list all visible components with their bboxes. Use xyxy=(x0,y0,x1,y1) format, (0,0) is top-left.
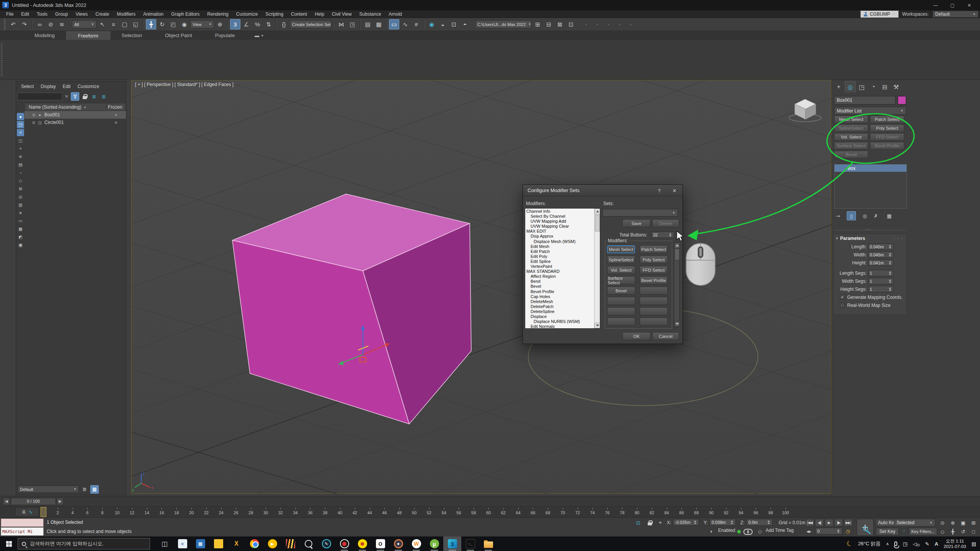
explorer-menu-display[interactable]: Display xyxy=(37,82,59,91)
pen-app-icon[interactable]: ✎ xyxy=(317,536,335,551)
spinner[interactable] xyxy=(888,244,892,249)
notepad-icon[interactable]: ≡ xyxy=(173,536,191,551)
scroll-thumb[interactable] xyxy=(675,249,679,260)
render-shortcut-4-icon[interactable]: ● xyxy=(614,19,625,29)
previous-frame-button[interactable]: ◀|| xyxy=(815,519,824,527)
start-button[interactable] xyxy=(0,536,18,551)
previous-frame-arrow[interactable]: ◀ xyxy=(3,498,10,505)
filter-cameras-icon[interactable]: ◫ xyxy=(17,137,24,144)
3ds-max-taskbar-icon[interactable]: 3 xyxy=(443,536,461,551)
menu-modifiers[interactable]: Modifiers xyxy=(113,10,139,18)
oculus-icon[interactable]: O xyxy=(371,536,389,551)
filter-misc-icon[interactable]: ▣ xyxy=(17,241,24,249)
maxscript-mini-listener-pink[interactable] xyxy=(1,518,44,527)
scroll-up-icon[interactable] xyxy=(674,243,680,248)
modifier-list-item-uvw-mapping-add[interactable]: UVW Mapping Add xyxy=(525,219,594,224)
view-cube[interactable] xyxy=(789,99,821,122)
show-end-result-icon[interactable]: ▯ xyxy=(847,211,856,220)
modifier-list-dropdown[interactable]: Modifier List ▼ xyxy=(834,107,906,115)
motion-tab[interactable]: ◔ xyxy=(868,81,879,93)
grid-button-empty[interactable] xyxy=(640,318,668,326)
render-setup-icon[interactable]: ◒ xyxy=(438,19,448,29)
modifier-list-item-bevel-profile[interactable]: Bevel Profile xyxy=(525,289,594,294)
grid-button-empty[interactable] xyxy=(640,307,668,315)
modifier-button-surface-select[interactable]: Surface Select xyxy=(834,142,868,150)
grid-button-poly-select[interactable]: Poly Select xyxy=(640,256,668,264)
hierarchy-view-icon[interactable]: ≣ xyxy=(90,92,98,101)
modifier-list-item-deletespline[interactable]: DeleteSpline xyxy=(525,309,594,314)
menu-rendering[interactable]: Rendering xyxy=(203,10,232,18)
unlink-selection-icon[interactable]: ⊘ xyxy=(46,19,56,29)
object-name-field[interactable]: Box001 xyxy=(834,96,895,104)
spinner[interactable] xyxy=(888,260,892,266)
absolute-mode-icon[interactable]: ⌖ xyxy=(657,519,664,526)
redo-icon[interactable]: ↷ xyxy=(19,19,29,29)
render-shortcut-5-icon[interactable]: ● xyxy=(626,19,636,29)
filter-containers-icon[interactable]: ⊞ xyxy=(17,185,24,192)
column-header-frozen[interactable]: Frozen xyxy=(106,104,126,110)
undo-icon[interactable]: ↶ xyxy=(8,19,18,29)
object-color-swatch[interactable] xyxy=(898,96,906,104)
clock-date[interactable]: 오전 1:11 2021-07-03 xyxy=(944,538,966,549)
perspective-viewport[interactable]: z x y [ + ] [ Perspective ] [ Standard* … xyxy=(131,80,831,494)
maximize-viewport-icon[interactable]: □ xyxy=(969,528,978,535)
edit-named-selection-sets-icon[interactable]: {} xyxy=(279,19,289,29)
display-tab[interactable]: ⊟ xyxy=(879,81,890,93)
pan-icon[interactable]: ╋ xyxy=(948,528,957,535)
viewport-label[interactable]: [ + ] [ Perspective ] [ Standard* ] [ Ed… xyxy=(135,82,234,87)
material-editor-icon[interactable]: ◉ xyxy=(426,19,437,29)
key-filters-button[interactable]: Key Filters... xyxy=(909,528,937,535)
modifier-list-item-vertexpaint[interactable]: VertexPaint xyxy=(525,264,594,269)
sets-dropdown[interactable]: ▼ xyxy=(603,209,678,217)
modifier-list-item-select-by-channel[interactable]: Select By Channel xyxy=(525,214,594,219)
filter-helpers-icon[interactable]: ⌖ xyxy=(17,145,24,152)
modifier-list-item-edit-poly[interactable]: Edit Poly xyxy=(525,254,594,259)
cancel-button[interactable]: Cancel xyxy=(652,332,679,340)
explorer-search-input[interactable] xyxy=(17,93,62,100)
hierarchy-tab[interactable]: ◳ xyxy=(856,81,867,93)
grid-button-empty[interactable] xyxy=(607,307,635,315)
rendered-frame-window-icon[interactable]: ⊡ xyxy=(449,19,459,29)
param-field-width[interactable]: 0.045m xyxy=(868,251,893,258)
scroll-up-icon[interactable] xyxy=(595,209,600,214)
magnifier-app-icon[interactable] xyxy=(299,536,317,551)
filter-spacewarps-icon[interactable]: ≋ xyxy=(17,153,24,160)
curve-view-icon[interactable]: ∿ xyxy=(29,509,33,515)
time-slider-value[interactable]: 0 / 100 xyxy=(11,498,56,505)
modifier-list-item-displace[interactable]: Displace xyxy=(525,314,594,319)
orbit-icon[interactable]: ↺ xyxy=(959,528,968,535)
asset-share-icon[interactable]: ⊡ xyxy=(566,19,576,29)
select-object-icon[interactable]: ↖ xyxy=(97,19,108,29)
pin-stack-icon[interactable]: ⊸ xyxy=(833,211,843,220)
calculator-icon[interactable]: ▦ xyxy=(191,536,209,551)
filter-icon[interactable]: ∇ xyxy=(71,92,79,101)
modifier-list-item-affect-region[interactable]: Affect Region xyxy=(525,274,594,279)
align-icon[interactable]: ◳ xyxy=(347,19,358,29)
visibility-eye-icon[interactable]: ⊙ xyxy=(31,113,37,117)
modifier-button-poly-select[interactable]: Poly Select xyxy=(870,124,904,132)
layer-view-icon[interactable]: ≣ xyxy=(100,92,108,101)
set-keys-button[interactable]: + xyxy=(857,519,874,536)
spinner-snap-toggle-icon[interactable]: ⇅ xyxy=(263,19,274,29)
ok-button[interactable]: OK xyxy=(622,332,650,340)
spinner[interactable] xyxy=(888,286,892,292)
notification-center-icon[interactable]: ▤ xyxy=(972,541,976,547)
potplayer-icon[interactable]: ▶ xyxy=(263,536,281,551)
field-of-view-icon[interactable]: ◇ xyxy=(938,528,947,535)
menu-help[interactable]: Help xyxy=(311,10,328,18)
ribbon-tab-selection[interactable]: Selection xyxy=(110,31,154,40)
time-slider-handle[interactable] xyxy=(41,507,46,517)
asset-link-icon[interactable]: ⊠ xyxy=(555,19,565,29)
modifiers-list-box[interactable]: Channel InfoSelect By ChannelUVW Mapping… xyxy=(525,208,600,329)
modifier-list-item-edit-normals[interactable]: Edit Normals xyxy=(525,324,594,329)
param-field-height-segs[interactable]: 1 xyxy=(868,286,893,292)
weather-text[interactable]: 26°C 맑음 xyxy=(858,540,881,547)
box001-object[interactable] xyxy=(232,194,471,424)
modifier-list-item-deletepatch[interactable]: DeletePatch xyxy=(525,304,594,309)
menu-content[interactable]: Content xyxy=(287,10,311,18)
xshell-icon[interactable]: X xyxy=(227,536,245,551)
dialog-title-bar[interactable]: Configure Modifier Sets ? ✕ xyxy=(523,185,683,196)
y-coordinate-field[interactable]: 0.038m xyxy=(710,519,736,526)
param-field-width-segs[interactable]: 1 xyxy=(868,278,893,284)
grid-button-empty[interactable] xyxy=(640,287,668,295)
